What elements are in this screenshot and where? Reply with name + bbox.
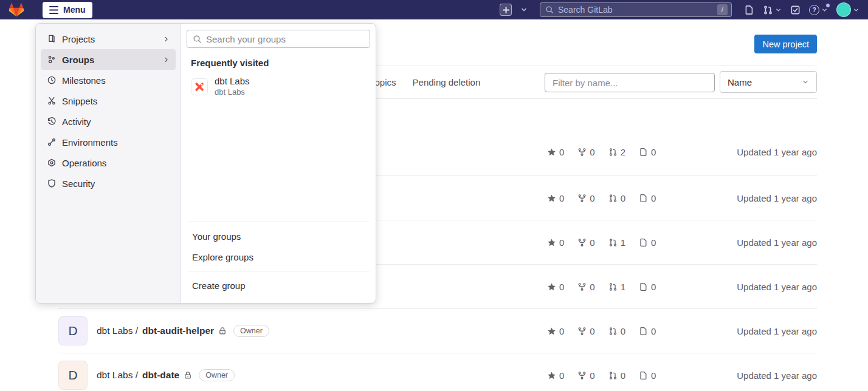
operations-icon [47, 158, 57, 168]
merge-requests-count[interactable]: 0 [608, 370, 625, 381]
snippet-icon [47, 96, 57, 106]
forks-count[interactable]: 0 [577, 147, 594, 157]
project-name: dbt-audit-helper [142, 325, 214, 336]
project-stats: 0 0 0 0 [547, 326, 656, 336]
stars-count[interactable]: 0 [547, 282, 564, 292]
issues-icon [639, 327, 648, 336]
stars-count[interactable]: 0 [547, 147, 564, 157]
fork-icon [577, 327, 587, 336]
issues-icon [639, 194, 648, 203]
divider [187, 271, 370, 271]
create-group-link[interactable]: Create group [187, 275, 370, 296]
user-menu[interactable] [836, 2, 859, 17]
chevron-down-icon [802, 78, 809, 86]
new-menu-button[interactable] [500, 4, 512, 16]
menu-item-operations[interactable]: Operations [41, 152, 176, 173]
chevron-right-icon [162, 56, 170, 64]
project-stats: 0 0 0 0 [547, 370, 656, 381]
forks-count[interactable]: 0 [577, 282, 594, 292]
fork-icon [577, 371, 587, 380]
issues-icon[interactable] [744, 5, 754, 15]
forks-count[interactable]: 0 [577, 370, 594, 381]
project-stats: 0 0 2 0 [547, 147, 656, 157]
filter-by-name-input[interactable] [545, 73, 715, 92]
menu-item-security[interactable]: Security [41, 173, 176, 194]
project-updated-label: Updated 1 year ago [737, 193, 817, 203]
merge-requests-icon[interactable] [763, 5, 782, 15]
dbt-labs-logo [191, 78, 208, 95]
menu-item-milestones[interactable]: Milestones [41, 70, 176, 90]
chevron-down-icon [775, 7, 782, 13]
menu-item-projects[interactable]: Projects [41, 29, 176, 49]
merge-requests-count[interactable]: 0 [608, 193, 625, 203]
project-row: D dbt Labs / dbt-audit-helper Owner 0 0 … [58, 309, 817, 353]
merge-requests-count[interactable]: 0 [608, 326, 625, 336]
issues-icon [639, 371, 648, 380]
shield-icon [47, 178, 57, 188]
issues-count[interactable]: 0 [639, 370, 656, 381]
forks-count[interactable]: 0 [577, 193, 594, 203]
history-icon [47, 117, 57, 126]
lock-icon [184, 371, 192, 379]
star-icon [547, 238, 556, 247]
fork-icon [577, 194, 587, 203]
menu-item-snippets[interactable]: Snippets [41, 90, 176, 111]
sort-dropdown[interactable]: Name [720, 71, 817, 93]
search-icon [193, 35, 202, 44]
search-groups-placeholder: Search your groups [206, 34, 286, 44]
issues-count[interactable]: 0 [639, 282, 656, 292]
merge-request-icon [608, 238, 618, 247]
issues-icon [639, 282, 648, 291]
forks-count[interactable]: 0 [577, 237, 594, 248]
your-groups-link[interactable]: Your groups [187, 226, 370, 246]
gitlab-logo[interactable] [9, 2, 24, 17]
issues-count[interactable]: 0 [639, 237, 656, 248]
project-stats: 0 0 1 0 [547, 282, 656, 292]
todos-icon[interactable] [790, 5, 801, 15]
merge-requests-count[interactable]: 2 [608, 147, 625, 157]
notification-dot [825, 3, 830, 8]
global-search-input[interactable]: Search GitLab / [540, 2, 732, 17]
menu-item-environments[interactable]: Environments [41, 132, 176, 152]
role-badge: Owner [199, 369, 235, 381]
explore-groups-link[interactable]: Explore groups [187, 246, 370, 267]
merge-requests-count[interactable]: 1 [608, 282, 625, 292]
frequent-group-item[interactable]: dbt Labs dbt Labs [191, 76, 366, 97]
tab-pending-deletion[interactable]: Pending deletion [413, 77, 481, 87]
stars-count[interactable]: 0 [547, 237, 564, 248]
stars-count[interactable]: 0 [547, 193, 564, 203]
menu-item-groups[interactable]: Groups [41, 49, 176, 70]
search-groups-input[interactable]: Search your groups [187, 30, 370, 48]
project-avatar[interactable]: D [58, 361, 88, 390]
project-updated-label: Updated 1 year ago [737, 147, 817, 157]
help-icon[interactable]: ? [809, 5, 828, 15]
stars-count[interactable]: 0 [547, 326, 564, 336]
new-project-button[interactable]: New project [754, 35, 817, 53]
project-namespace: dbt Labs / [97, 325, 138, 336]
issues-count[interactable]: 0 [639, 326, 656, 336]
forks-count[interactable]: 0 [577, 326, 594, 336]
project-name-link[interactable]: dbt Labs / dbt-date Owner [97, 369, 235, 381]
star-icon [547, 371, 556, 380]
issues-count[interactable]: 0 [639, 147, 656, 157]
project-name-link[interactable]: dbt Labs / dbt-audit-helper Owner [97, 325, 269, 337]
project-stats: 0 0 0 0 [547, 193, 656, 203]
project-row: D dbt Labs / dbt-date Owner 0 0 0 0 Upda… [58, 353, 817, 391]
plus-icon [503, 7, 509, 13]
hamburger-icon [49, 6, 58, 14]
star-icon [547, 194, 556, 203]
role-badge: Owner [233, 325, 269, 337]
project-updated-label: Updated 1 year ago [737, 326, 817, 336]
project-avatar[interactable]: D [58, 316, 88, 345]
merge-requests-count[interactable]: 1 [608, 237, 625, 248]
stars-count[interactable]: 0 [547, 370, 564, 381]
chevron-down-icon[interactable] [520, 6, 528, 13]
issues-icon [639, 238, 648, 247]
groups-links: Your groupsExplore groups [187, 226, 370, 267]
menu-item-activity[interactable]: Activity [41, 111, 176, 132]
issues-count[interactable]: 0 [639, 193, 656, 203]
project-updated-label: Updated 1 year ago [737, 282, 817, 292]
fork-icon [577, 238, 587, 247]
menu-button[interactable]: Menu [43, 2, 92, 18]
clock-icon [47, 75, 57, 85]
